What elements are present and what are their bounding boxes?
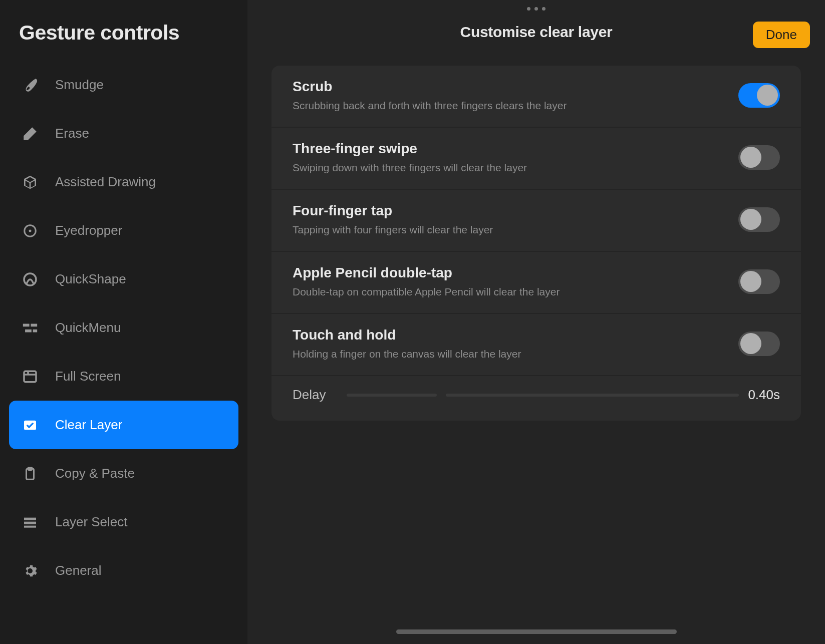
quickmenu-icon <box>20 318 40 338</box>
setting-three-finger-swipe: Three-finger swipe Swiping down with thr… <box>271 127 801 189</box>
setting-desc: Tapping with four fingers will clear the… <box>293 224 738 236</box>
delay-label: Delay <box>293 387 326 403</box>
sidebar-item-label: General <box>55 563 102 578</box>
quickshape-icon <box>20 269 40 289</box>
sidebar-item-layer-select[interactable]: Layer Select <box>9 498 238 546</box>
setting-desc: Holding a finger on the canvas will clea… <box>293 348 738 360</box>
fullscreen-icon <box>20 367 40 387</box>
setting-title: Four-finger tap <box>293 203 738 219</box>
sidebar-item-label: QuickShape <box>55 271 126 287</box>
sidebar-item-label: Full Screen <box>55 369 121 384</box>
layers-icon <box>20 512 40 532</box>
toggle-four-finger-tap[interactable] <box>738 207 780 232</box>
delay-value: 0.40s <box>748 387 780 403</box>
sidebar-item-full-screen[interactable]: Full Screen <box>9 352 238 401</box>
clear-layer-icon <box>20 415 40 435</box>
drag-handle-icon[interactable] <box>247 0 825 11</box>
home-indicator[interactable] <box>396 629 677 634</box>
svg-rect-13 <box>24 517 36 520</box>
setting-title: Scrub <box>293 79 738 95</box>
toggle-three-finger-swipe[interactable] <box>738 145 780 170</box>
clipboard-icon <box>20 464 40 484</box>
setting-touch-hold: Touch and hold Holding a finger on the c… <box>271 313 801 375</box>
setting-title: Apple Pencil double-tap <box>293 265 738 281</box>
sidebar-title: Gesture controls <box>19 21 238 45</box>
sidebar-item-smudge[interactable]: Smudge <box>9 61 238 109</box>
sidebar-item-general[interactable]: General <box>9 546 238 595</box>
svg-point-1 <box>29 229 32 232</box>
svg-rect-4 <box>31 324 37 327</box>
cube-icon <box>20 172 40 192</box>
toggle-pencil-double-tap[interactable] <box>738 269 780 294</box>
smudge-icon <box>20 75 40 95</box>
delay-slider[interactable] <box>347 394 739 397</box>
sidebar-item-label: Assisted Drawing <box>55 174 156 190</box>
sidebar: Gesture controls Smudge Erase Assisted D… <box>0 0 247 644</box>
setting-desc: Scrubbing back and forth with three fing… <box>293 100 738 112</box>
sidebar-item-label: QuickMenu <box>55 320 121 336</box>
main-header: Customise clear layer Done <box>247 11 825 66</box>
sidebar-item-copy-paste[interactable]: Copy & Paste <box>9 449 238 498</box>
sidebar-item-label: Erase <box>55 126 89 141</box>
done-button[interactable]: Done <box>753 22 810 48</box>
svg-rect-12 <box>28 467 32 470</box>
sidebar-item-label: Copy & Paste <box>55 466 135 481</box>
svg-rect-7 <box>24 371 36 382</box>
sidebar-item-label: Clear Layer <box>55 417 122 433</box>
svg-rect-14 <box>24 521 36 524</box>
svg-rect-3 <box>23 324 30 327</box>
sidebar-item-quickshape[interactable]: QuickShape <box>9 255 238 303</box>
setting-title: Three-finger swipe <box>293 141 738 157</box>
sidebar-item-erase[interactable]: Erase <box>9 109 238 158</box>
setting-delay: Delay 0.40s <box>271 375 801 421</box>
svg-rect-5 <box>25 329 32 332</box>
svg-rect-15 <box>24 525 36 527</box>
page-title: Customise clear layer <box>460 24 613 41</box>
setting-title: Touch and hold <box>293 327 738 343</box>
toggle-touch-hold[interactable] <box>738 332 780 356</box>
sidebar-item-clear-layer[interactable]: Clear Layer <box>9 401 238 449</box>
sidebar-item-quickmenu[interactable]: QuickMenu <box>9 303 238 352</box>
settings-group: Scrub Scrubbing back and forth with thre… <box>271 66 801 421</box>
sidebar-item-label: Eyedropper <box>55 223 122 238</box>
sidebar-item-assisted-drawing[interactable]: Assisted Drawing <box>9 158 238 206</box>
sidebar-item-eyedropper[interactable]: Eyedropper <box>9 206 238 255</box>
erase-icon <box>20 124 40 144</box>
setting-pencil-double-tap: Apple Pencil double-tap Double-tap on co… <box>271 251 801 313</box>
sidebar-item-label: Layer Select <box>55 514 128 530</box>
eyedropper-icon <box>20 221 40 241</box>
svg-rect-6 <box>33 329 38 332</box>
gear-icon <box>20 561 40 581</box>
setting-desc: Double-tap on compatible Apple Pencil wi… <box>293 286 738 298</box>
main-panel: Customise clear layer Done Scrub Scrubbi… <box>247 0 825 644</box>
setting-four-finger-tap: Four-finger tap Tapping with four finger… <box>271 189 801 251</box>
setting-scrub: Scrub Scrubbing back and forth with thre… <box>271 66 801 127</box>
sidebar-list: Smudge Erase Assisted Drawing Eyedropper <box>9 61 238 595</box>
sidebar-item-label: Smudge <box>55 77 104 93</box>
setting-desc: Swiping down with three fingers will cle… <box>293 162 738 174</box>
toggle-scrub[interactable] <box>738 83 780 108</box>
